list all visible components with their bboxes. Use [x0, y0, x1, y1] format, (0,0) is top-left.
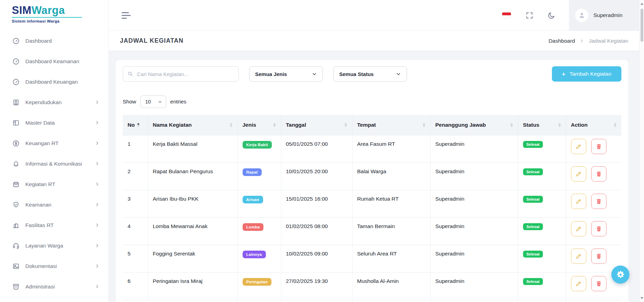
dark-mode-moon-icon[interactable] — [547, 11, 556, 20]
sidebar-item-informasi-komunikasi[interactable]: Informasi & Komunikasi — [0, 153, 108, 174]
edit-button[interactable] — [571, 139, 586, 154]
status-filter-select[interactable]: Semua Status — [333, 66, 407, 82]
cell-nama-kegiatan: Fogging Serentak — [148, 245, 237, 272]
sidebar-item-master-data[interactable]: Master Data — [0, 112, 108, 133]
column-header-no[interactable]: No — [123, 115, 148, 135]
column-header-tempat[interactable]: Tempat — [352, 115, 430, 135]
column-header-jenis[interactable]: Jenis — [237, 115, 281, 135]
sort-carets-icon — [423, 123, 425, 127]
user-menu[interactable]: Superadmin — [569, 0, 639, 31]
indonesia-flag-icon[interactable] — [502, 12, 511, 18]
sort-carets-icon — [614, 123, 617, 127]
table-row: 4Lomba Mewarnai AnakLomba01/02/2025 08:0… — [123, 217, 621, 245]
sidebar-item-dokumentasi[interactable]: Dokumentasi — [0, 256, 108, 276]
table-row-partial — [123, 300, 621, 302]
gear-icon — [616, 270, 625, 279]
jenis-filter-select[interactable]: Semua Jenis — [249, 66, 323, 82]
delete-button[interactable] — [591, 194, 606, 209]
cell-penanggung-jawab: Superadmin — [430, 162, 518, 190]
sidebar-item-label: Dashboard — [25, 38, 99, 44]
scrollbar-thumb[interactable] — [641, 9, 643, 42]
sidebar-item-kegiatan-rt[interactable]: Kegiatan RT — [0, 174, 108, 194]
edit-button[interactable] — [571, 221, 586, 236]
column-header-nama-kegiatan[interactable]: Nama Kegiatan — [148, 115, 237, 135]
sidebar-item-dashboard[interactable]: Dashboard — [0, 31, 108, 51]
jenis-badge: Lomba — [243, 223, 264, 231]
column-label: Jenis — [243, 122, 256, 128]
jenis-badge: Rapat — [243, 168, 262, 176]
sidebar-item-dashboard-keuangan[interactable]: Dashboard Keuangan — [0, 72, 108, 92]
pencil-icon — [575, 198, 582, 205]
cell-jenis: Lomba — [237, 217, 281, 245]
sidebar-item-fasilitas-rt[interactable]: Fasilitas RT — [0, 215, 108, 235]
chevron-right-icon — [95, 264, 99, 268]
sort-carets-icon — [344, 123, 347, 127]
gauge-icon — [12, 58, 20, 65]
column-header-status[interactable]: Status — [518, 115, 566, 135]
delete-button[interactable] — [591, 139, 606, 154]
edit-button[interactable] — [571, 249, 586, 264]
archive-icon — [12, 283, 20, 291]
delete-button[interactable] — [591, 276, 606, 291]
cell-action — [566, 135, 621, 162]
cell-tempat: Area Fasum RT — [352, 135, 430, 162]
sidebar-item-label: Dashboard Keamanan — [25, 58, 99, 65]
cell-nama-kegiatan: Arisan Ibu-Ibu PKK — [148, 190, 237, 217]
column-header-action[interactable]: Action — [566, 115, 621, 135]
sidebar-item-kependudukan[interactable]: Kependudukan — [0, 92, 108, 112]
add-kegiatan-button[interactable]: + Tambah Kegiatan — [552, 66, 621, 82]
sort-carets-icon — [510, 123, 513, 127]
trash-icon — [595, 143, 602, 150]
table-body: 1Kerja Bakti MassalKerja Bakti05/01/2025… — [123, 135, 621, 302]
sidebar-toggle-icon[interactable] — [122, 12, 131, 19]
sidebar: SIMWarga Sistem informasi Warga Dashboar… — [0, 0, 109, 302]
sidebar-item-dashboard-keamanan[interactable]: Dashboard Keamanan — [0, 51, 108, 72]
column-header-penanggung-jawab[interactable]: Penanggung Jawab — [430, 115, 518, 135]
table-row: 3Arisan Ibu-Ibu PKKArisan15/01/2025 16:0… — [123, 190, 621, 217]
trash-icon — [595, 253, 602, 260]
cell-tempat: Taman Bermain — [352, 217, 430, 245]
sidebar-item-administrasi[interactable]: Administrasi — [0, 276, 108, 297]
shield-check-icon — [12, 201, 20, 209]
cell-tanggal: 05/01/2025 07:00 — [281, 135, 352, 162]
breadcrumb-dashboard-link[interactable]: Dashboard — [548, 38, 575, 44]
cell-empty — [566, 300, 621, 302]
fullscreen-icon[interactable] — [525, 11, 534, 20]
chevron-right-icon — [95, 100, 99, 104]
column-label: Nama Kegiatan — [153, 122, 192, 128]
brand-logo[interactable]: SIMWarga Sistem informasi Warga — [0, 0, 108, 23]
settings-fab-button[interactable] — [611, 266, 629, 284]
scroll-up-arrow-icon[interactable] — [641, 3, 643, 5]
id-card-icon — [12, 99, 20, 106]
cell-status: Selesai — [518, 135, 566, 162]
cell-empty — [237, 300, 281, 302]
cell-empty — [352, 300, 430, 302]
cell-empty — [148, 300, 237, 302]
edit-button[interactable] — [571, 166, 586, 182]
edit-button[interactable] — [571, 276, 586, 291]
cell-status: Selesai — [518, 217, 566, 245]
edit-button[interactable] — [571, 194, 586, 209]
sidebar-item-label: Administrasi — [25, 284, 95, 290]
chevron-right-icon — [95, 120, 99, 125]
delete-button[interactable] — [591, 221, 606, 236]
page-scrollbar[interactable] — [639, 0, 644, 302]
sidebar-item-label: Master Data — [25, 120, 95, 126]
scroll-down-arrow-icon[interactable] — [641, 297, 643, 299]
delete-button[interactable] — [591, 166, 606, 182]
delete-button[interactable] — [591, 249, 606, 264]
cell-tanggal: 10/02/2025 09:00 — [281, 245, 352, 272]
show-label: Show — [123, 99, 136, 105]
column-header-tanggal[interactable]: Tanggal — [281, 115, 352, 135]
page-size-select[interactable]: 10 — [140, 95, 166, 108]
column-label: Tempat — [357, 122, 376, 128]
jadwal-kegiatan-card: Semua Jenis Semua Status + Tambah Kegiat… — [116, 60, 628, 302]
cell-jenis: Kerja Bakti — [237, 135, 281, 162]
trash-icon — [595, 170, 602, 177]
brand-name-primary: SIM — [12, 4, 32, 16]
search-input[interactable] — [123, 66, 239, 82]
sidebar-item-layanan-warga[interactable]: Layanan Warga — [0, 235, 108, 256]
sidebar-item-keuangan-rt[interactable]: Keuangan RT — [0, 133, 108, 153]
sidebar-item-keamanan[interactable]: Keamanan — [0, 194, 108, 215]
cell-jenis: Arisan — [237, 190, 281, 217]
